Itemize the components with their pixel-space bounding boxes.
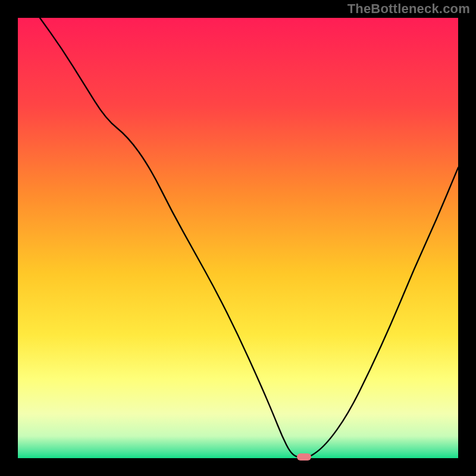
watermark-text: TheBottleneck.com: [347, 1, 470, 17]
chart-curve: [18, 18, 458, 458]
page-root: TheBottleneck.com: [0, 0, 476, 476]
bottleneck-marker: [297, 453, 311, 461]
chart-plot-area: [18, 18, 458, 458]
